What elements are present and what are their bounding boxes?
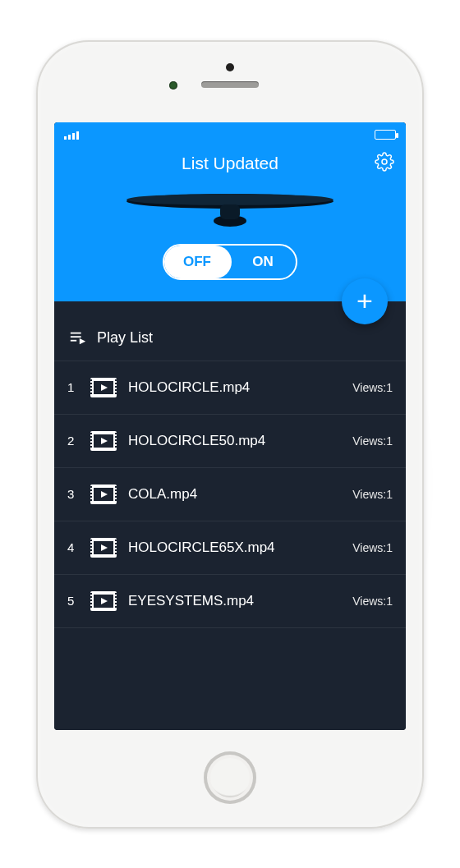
item-name: HOLOCIRCLE.mp4 [128, 379, 341, 396]
svg-rect-69 [115, 593, 117, 595]
item-views: Views:1 [352, 381, 393, 394]
list-item[interactable]: 4HOLOCIRCLE65X.mp4Views:1 [54, 521, 406, 575]
film-icon [90, 431, 117, 451]
svg-rect-25 [90, 433, 92, 434]
item-name: HOLOCIRCLE50.mp4 [128, 433, 341, 449]
svg-rect-15 [90, 389, 92, 391]
battery-icon [375, 130, 396, 140]
svg-rect-39 [90, 489, 92, 491]
svg-marker-8 [80, 338, 85, 344]
item-index: 3 [67, 487, 79, 501]
item-views: Views:1 [352, 488, 393, 501]
svg-rect-5 [71, 332, 81, 333]
svg-rect-16 [90, 393, 92, 394]
film-icon [90, 538, 117, 558]
svg-rect-33 [115, 443, 117, 444]
svg-rect-42 [90, 499, 92, 501]
svg-rect-44 [115, 489, 117, 491]
svg-rect-31 [115, 436, 117, 438]
play-list: Play List 1HOLOCIRCLE.mp4Views:12HOLOCIR… [54, 301, 406, 730]
item-views: Views:1 [352, 434, 393, 448]
svg-rect-6 [71, 336, 81, 338]
item-index: 2 [67, 434, 79, 448]
gear-icon [375, 152, 394, 172]
svg-rect-20 [115, 389, 117, 391]
device-image [64, 185, 396, 231]
svg-rect-47 [115, 499, 117, 501]
item-index: 4 [67, 540, 79, 554]
svg-rect-45 [115, 493, 117, 494]
signal-icon [64, 130, 79, 140]
svg-rect-71 [115, 599, 117, 601]
film-icon [90, 485, 117, 504]
svg-point-2 [126, 194, 334, 205]
svg-rect-58 [115, 546, 117, 548]
item-index: 5 [67, 594, 79, 608]
svg-rect-32 [115, 439, 117, 441]
toggle-on-label: ON [230, 254, 296, 270]
list-item[interactable]: 5EYESYSTEMS.mp4Views:1 [54, 575, 406, 628]
svg-rect-13 [90, 383, 92, 384]
svg-rect-7 [71, 339, 76, 341]
screen: List Updated OFF ON + [54, 122, 406, 730]
svg-rect-60 [115, 553, 117, 554]
svg-rect-17 [115, 379, 117, 381]
item-views: Views:1 [352, 541, 393, 554]
svg-rect-18 [115, 383, 117, 384]
svg-rect-43 [115, 486, 117, 488]
svg-rect-30 [115, 433, 117, 434]
svg-rect-27 [90, 439, 92, 441]
item-name: EYESYSTEMS.mp4 [128, 593, 341, 609]
svg-rect-56 [115, 540, 117, 541]
item-views: Views:1 [352, 595, 393, 608]
phone-camera [226, 63, 234, 71]
status-bar [54, 122, 406, 147]
svg-rect-21 [115, 393, 117, 394]
item-index: 1 [67, 380, 79, 394]
film-icon [90, 378, 117, 397]
item-name: COLA.mp4 [128, 486, 341, 503]
power-toggle[interactable]: OFF ON [163, 244, 297, 280]
item-name: HOLOCIRCLE65X.mp4 [128, 540, 341, 556]
svg-rect-54 [90, 549, 92, 551]
svg-rect-55 [90, 553, 92, 554]
list-item[interactable]: 2HOLOCIRCLE50.mp4Views:1 [54, 415, 406, 468]
svg-rect-46 [115, 496, 117, 498]
svg-rect-68 [90, 606, 92, 608]
svg-rect-67 [90, 603, 92, 604]
svg-rect-38 [90, 486, 92, 488]
phone-speaker [201, 81, 259, 88]
film-icon [90, 591, 117, 611]
play-list-heading: Play List [97, 329, 153, 347]
svg-rect-57 [115, 543, 117, 544]
home-button[interactable] [204, 751, 256, 804]
header: List Updated OFF ON + [54, 147, 406, 301]
list-item[interactable]: 1HOLOCIRCLE.mp4Views:1 [54, 361, 406, 415]
svg-rect-51 [90, 540, 92, 541]
svg-rect-52 [90, 543, 92, 544]
svg-rect-12 [90, 379, 92, 381]
phone-sensor [169, 81, 177, 90]
svg-rect-41 [90, 496, 92, 498]
svg-rect-53 [90, 546, 92, 548]
add-button[interactable]: + [342, 278, 388, 324]
svg-rect-14 [90, 386, 92, 388]
svg-rect-34 [115, 446, 117, 448]
page-title: List Updated [64, 154, 396, 173]
svg-rect-70 [115, 596, 117, 598]
svg-rect-64 [90, 593, 92, 595]
svg-rect-29 [90, 446, 92, 448]
svg-point-0 [382, 159, 387, 164]
list-item[interactable]: 3COLA.mp4Views:1 [54, 468, 406, 521]
svg-rect-72 [115, 603, 117, 604]
svg-rect-19 [115, 386, 117, 388]
settings-button[interactable] [375, 152, 394, 172]
svg-rect-4 [220, 204, 240, 219]
playlist-icon [69, 329, 87, 347]
phone-frame: List Updated OFF ON + [36, 40, 424, 829]
svg-rect-73 [115, 606, 117, 608]
toggle-off-label: OFF [164, 254, 230, 270]
svg-rect-59 [115, 549, 117, 551]
svg-rect-28 [90, 443, 92, 444]
svg-rect-66 [90, 599, 92, 601]
